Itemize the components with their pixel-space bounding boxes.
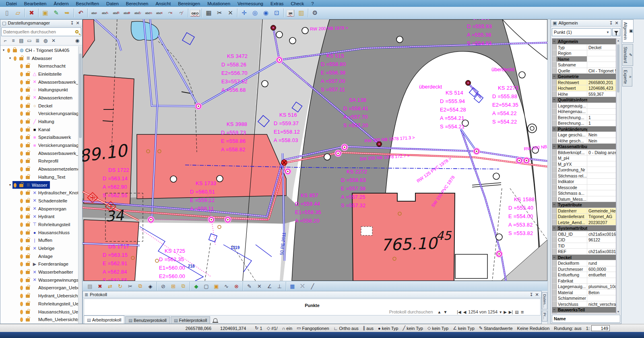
split-object-icon[interactable]: ✂ [125,282,135,291]
label-add-icon[interactable]: abc+ [89,8,100,18]
database-icon[interactable]: ≣ [34,38,41,43]
tree-item-einleitstelle[interactable]: △Einleitstelle [0,70,78,78]
tree-item-hausanschluss[interactable]: ●Hausanschluss [0,229,78,237]
tree-item-muffen-uebersichtsplan[interactable]: Muffen_Uebersichtsplan [0,315,78,324]
rotate-object-icon[interactable]: ↻ [115,282,125,291]
tree-item-rohrprofil[interactable]: Rohrprofil [0,157,78,165]
property-value[interactable] [587,278,616,284]
collapse-all-icon[interactable]: ⌐ [2,38,9,43]
angle-measure-icon[interactable]: ∠ [264,282,275,291]
lock-icon[interactable] [26,73,30,76]
menu-daten[interactable]: Daten [103,1,122,6]
lock-icon[interactable] [26,128,30,132]
visibility-bulb-icon[interactable] [20,111,23,115]
visibility-eye-icon[interactable]: ◉ [74,38,81,43]
property-value[interactable] [587,161,616,167]
folder-icon[interactable]: ▭ [26,38,33,43]
property-value[interactable] [587,179,616,184]
visibility-bulb-icon[interactable] [20,128,23,132]
side-tab-allgemein[interactable]: ▣Allgemein [622,19,634,43]
lock-icon[interactable] [26,152,30,155]
zoom-previous-icon[interactable]: ◎ [250,8,260,18]
property-value[interactable]: ch21a5xc00318407 [587,249,616,254]
tree-item-rohrleitungsteil[interactable]: ⊤Rohrleitungsteil [0,221,78,229]
property-group-klassenattribute[interactable]: −Klassenattribute [552,144,616,150]
property-value[interactable] [587,56,616,62]
hatch-delete-icon[interactable]: ⤬ [297,282,308,291]
edit-nodes-icon[interactable]: ✎ [244,282,254,291]
lock-icon[interactable] [26,136,30,139]
edit-document-icon[interactable]: ✎ [51,8,62,18]
lock-icon[interactable] [26,112,30,115]
visibility-bulb-icon[interactable] [14,183,17,187]
property-value[interactable]: CH - Trigonet SIA405 [587,68,616,74]
lock-icon[interactable] [26,311,30,314]
globe-icon[interactable]: ◍ [42,38,49,43]
expand-list-icon[interactable]: ≡ [10,38,17,43]
status-default-values[interactable]: ✎Standardwerte [479,326,513,331]
lock-icon[interactable] [26,65,30,68]
tree-item-hausanschluss-uebersicht[interactable]: Hausanschluss_Uebersicht [0,308,78,316]
lock-icon[interactable] [26,231,30,235]
tree-item-normschacht[interactable]: Normschacht [0,62,78,70]
protocol-tab-arbeitsprotokoll[interactable]: ▤Arbeitsprotokoll [84,315,124,324]
tree-item-schadenstelle[interactable]: ✕Schadenstelle [0,197,78,205]
menu-berechnen[interactable]: Berechnen [122,1,152,6]
property-group-systemattribute[interactable]: −Systemattribute [552,225,616,231]
panel-splitter[interactable] [547,19,551,324]
property-value[interactable] [587,295,616,301]
visibility-bulb-icon[interactable] [20,286,23,290]
flip-symbol-icon[interactable]: ◈ [145,282,155,291]
lock-icon[interactable] [26,318,30,322]
side-tab-experte[interactable]: »Experte [622,67,632,87]
visibility-bulb-icon[interactable] [14,56,17,60]
delete-node-icon[interactable]: ⊗ [231,282,242,291]
property-value[interactable]: 1204686,423 [587,85,616,91]
tree-item-haltungspunkt[interactable]: ○Haltungspunkt [0,86,78,94]
property-value[interactable]: 20230207 [587,220,616,225]
close-icon[interactable]: ✕ [534,292,540,297]
tree-item-spezialbauwerk[interactable]: ■Spezialbauwerk [0,134,78,142]
lock-icon[interactable] [26,303,30,306]
new-document-icon[interactable]: ▯ [2,8,12,18]
lock-icon[interactable] [26,271,30,274]
tree-item-deckel[interactable]: ○Deckel [0,102,78,110]
lock-icon[interactable] [26,263,30,266]
tree-item-abwasserknoten[interactable]: ✕Abwasserknoten [0,94,78,102]
visibility-bulb-icon[interactable] [20,254,23,258]
property-value[interactable] [587,313,616,314]
tree-item-abwasserbauwerk-t[interactable]: Abwasserbauwerk_T [0,149,78,157]
property-value[interactable]: Trigonet_AG [587,214,616,219]
lock-icon[interactable] [26,247,30,250]
save-icon[interactable]: ▣ [40,8,51,18]
remove-source-icon[interactable]: ✕ [50,38,57,43]
status-ortho-toggle[interactable]: ∟Ortho aus [334,326,359,331]
lock-icon[interactable] [26,144,30,147]
nav-prev-icon[interactable]: ◀ [463,310,466,314]
new-box-icon[interactable]: ▢ [201,282,211,291]
property-value[interactable] [587,190,616,196]
settings-icon[interactable]: ⚙ [310,8,320,18]
lock-icon[interactable] [19,184,23,187]
lock-icon[interactable] [26,120,30,124]
disable-edit-icon[interactable]: ⊘ [158,282,168,291]
visibility-bulb-icon[interactable] [20,270,23,274]
lock-icon[interactable] [26,81,30,84]
tree-item-anlage[interactable]: Anlage [0,252,78,260]
lock-icon[interactable] [26,215,30,218]
menu-beschriften[interactable]: Beschriften [72,1,103,6]
property-value[interactable]: Beton [587,290,616,295]
visibility-bulb-icon[interactable] [20,223,23,227]
tree-caret[interactable]: ▾ [8,56,12,60]
zoom-window-icon[interactable]: ⊡ [271,8,282,18]
visibility-bulb-icon[interactable] [20,159,23,163]
zoom-point-icon[interactable]: ◉ [260,8,271,18]
visibility-bulb-icon[interactable] [20,64,23,68]
status-snap-options[interactable]: ▭Fangoptionen [297,326,329,331]
arc-delete-icon[interactable]: ◠✕ [165,8,176,18]
property-value[interactable] [587,167,616,173]
property-group-bauwerksteil[interactable]: −BauwerksTeil [552,307,616,313]
property-value[interactable] [587,109,616,114]
3r-icon[interactable]: 3R [285,8,296,18]
lock-icon[interactable] [26,239,30,242]
